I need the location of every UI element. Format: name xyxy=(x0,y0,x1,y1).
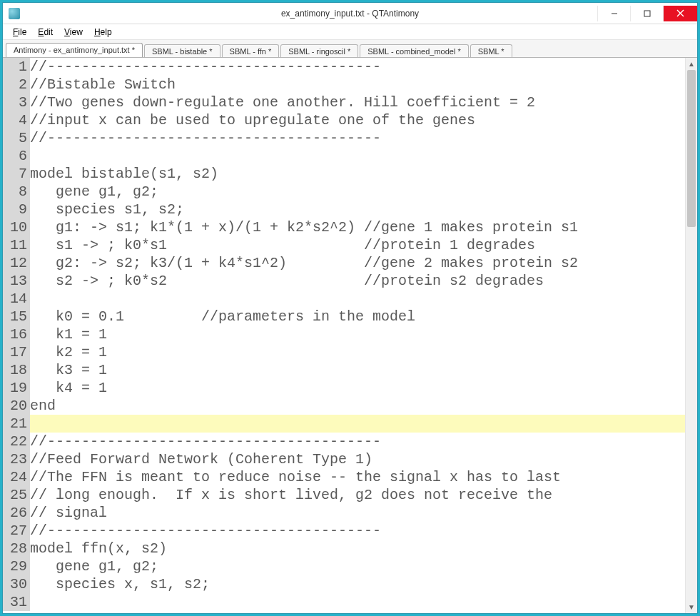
line-number: 24 xyxy=(3,468,30,486)
code-line: 26// signal xyxy=(3,504,685,522)
code-line: 20end xyxy=(3,397,685,415)
line-number: 25 xyxy=(3,486,30,504)
line-number: 26 xyxy=(3,504,30,522)
app-icon xyxy=(9,8,20,19)
menu-file[interactable]: File xyxy=(7,26,32,39)
code-line: 27//------------------------------------… xyxy=(3,522,685,540)
line-number: 11 xyxy=(3,236,30,254)
code-text[interactable]: g2: -> s2; k3/(1 + k4*s1^2) //gene 2 mak… xyxy=(30,254,685,272)
scroll-up-icon[interactable]: ▲ xyxy=(686,58,697,70)
code-text[interactable]: k0 = 0.1 //parameters in the model xyxy=(30,308,685,325)
code-text[interactable]: end xyxy=(30,397,685,415)
code-text[interactable]: //--------------------------------------… xyxy=(30,433,685,450)
line-number: 14 xyxy=(3,290,30,308)
scroll-thumb[interactable] xyxy=(687,70,696,227)
code-text[interactable] xyxy=(30,147,685,165)
code-line: 19 k4 = 1 xyxy=(3,379,685,397)
code-line: 18 k3 = 1 xyxy=(3,361,685,379)
code-text[interactable] xyxy=(30,593,685,611)
code-text[interactable]: model bistable(s1, s2) xyxy=(30,165,685,183)
menu-edit-label: dit xyxy=(44,27,53,37)
code-text[interactable]: //Feed Forward Network (Coherent Type 1) xyxy=(30,450,685,468)
app-window: ex_antimony_input.txt - QTAntimony File … xyxy=(2,2,698,614)
code-line: 21 xyxy=(3,415,685,433)
line-number: 21 xyxy=(3,415,30,433)
menu-file-label: ile xyxy=(18,27,26,37)
tab-1[interactable]: SBML - bistable * xyxy=(144,44,220,58)
code-text[interactable]: g1: -> s1; k1*(1 + x)/(1 + k2*s2^2) //ge… xyxy=(30,218,685,236)
tabbar: Antimony - ex_antimony_input.txt *SBML -… xyxy=(3,40,697,57)
code-text[interactable]: species s1, s2; xyxy=(30,201,685,218)
code-line: 12 g2: -> s2; k3/(1 + k4*s1^2) //gene 2 … xyxy=(3,254,685,272)
menu-help-label: elp xyxy=(101,27,112,37)
window-title: ex_antimony_input.txt - QTAntimony xyxy=(3,9,697,19)
code-line: 29 gene g1, g2; xyxy=(3,557,685,575)
code-text[interactable]: gene g1, g2; xyxy=(30,557,685,575)
tab-4[interactable]: SBML - combined_model * xyxy=(360,44,468,58)
code-line: 15 k0 = 0.1 //parameters in the model xyxy=(3,308,685,325)
code-text[interactable]: s2 -> ; k0*s2 //protein s2 degrades xyxy=(30,272,685,290)
code-text[interactable]: //input x can be used to upregulate one … xyxy=(30,111,685,129)
code-line: 3//Two genes down-regulate one another. … xyxy=(3,94,685,111)
line-number: 1 xyxy=(3,58,30,76)
code-text[interactable]: k4 = 1 xyxy=(30,379,685,397)
code-line: 16 k1 = 1 xyxy=(3,325,685,343)
code-text[interactable] xyxy=(30,415,685,433)
code-text[interactable]: //--------------------------------------… xyxy=(30,58,685,76)
code-line: 31 xyxy=(3,593,685,611)
tab-2[interactable]: SBML - ffn * xyxy=(222,44,280,58)
menu-view[interactable]: View xyxy=(59,26,88,39)
code-text[interactable]: //Bistable Switch xyxy=(30,76,685,94)
code-text[interactable]: s1 -> ; k0*s1 //protein 1 degrades xyxy=(30,236,685,254)
code-line: 6 xyxy=(3,147,685,165)
line-number: 19 xyxy=(3,379,30,397)
vertical-scrollbar[interactable]: ▲ ▼ xyxy=(685,58,697,613)
code-text[interactable]: //--------------------------------------… xyxy=(30,129,685,147)
code-text[interactable]: gene g1, g2; xyxy=(30,183,685,201)
code-line: 30 species x, s1, s2; xyxy=(3,575,685,593)
line-number: 17 xyxy=(3,343,30,361)
code-text[interactable]: species x, s1, s2; xyxy=(30,575,685,593)
code-text[interactable]: //--------------------------------------… xyxy=(30,522,685,540)
code-text[interactable]: //The FFN is meant to reduce noise -- th… xyxy=(30,468,685,486)
line-number: 27 xyxy=(3,522,30,540)
line-number: 22 xyxy=(3,433,30,450)
window-controls xyxy=(597,6,697,21)
code-text[interactable]: // long enough. If x is short lived, g2 … xyxy=(30,486,685,504)
tab-0[interactable]: Antimony - ex_antimony_input.txt * xyxy=(6,43,143,57)
scroll-down-icon[interactable]: ▼ xyxy=(686,601,697,613)
line-number: 18 xyxy=(3,361,30,379)
menu-edit[interactable]: Edit xyxy=(32,26,59,39)
code-text[interactable]: k3 = 1 xyxy=(30,361,685,379)
line-number: 9 xyxy=(3,201,30,218)
line-number: 13 xyxy=(3,272,30,290)
maximize-button[interactable] xyxy=(630,6,663,21)
code-line: 11 s1 -> ; k0*s1 //protein 1 degrades xyxy=(3,236,685,254)
code-text[interactable]: model ffn(x, s2) xyxy=(30,540,685,557)
code-text[interactable]: //Two genes down-regulate one another. H… xyxy=(30,94,685,111)
code-line: 17 k2 = 1 xyxy=(3,343,685,361)
code-line: 4//input x can be used to upregulate one… xyxy=(3,111,685,129)
code-line: 1//-------------------------------------… xyxy=(3,58,685,76)
tab-5[interactable]: SBML * xyxy=(470,44,512,58)
code-text[interactable]: k2 = 1 xyxy=(30,343,685,361)
code-text[interactable]: k1 = 1 xyxy=(30,325,685,343)
code-editor[interactable]: 1//-------------------------------------… xyxy=(3,58,685,613)
line-number: 7 xyxy=(3,165,30,183)
minimize-button[interactable] xyxy=(597,6,630,21)
code-line: 9 species s1, s2; xyxy=(3,201,685,218)
line-number: 28 xyxy=(3,540,30,557)
code-text[interactable] xyxy=(30,290,685,308)
code-text[interactable]: // signal xyxy=(30,504,685,522)
tab-3[interactable]: SBML - ringoscil * xyxy=(280,44,358,58)
code-line: 8 gene g1, g2; xyxy=(3,183,685,201)
svg-rect-1 xyxy=(644,11,650,16)
close-button[interactable] xyxy=(663,6,697,21)
line-number: 31 xyxy=(3,593,30,611)
line-number: 12 xyxy=(3,254,30,272)
menu-help[interactable]: Help xyxy=(88,26,118,39)
code-line: 7model bistable(s1, s2) xyxy=(3,165,685,183)
code-line: 23//Feed Forward Network (Coherent Type … xyxy=(3,450,685,468)
code-line: 28model ffn(x, s2) xyxy=(3,540,685,557)
code-line: 10 g1: -> s1; k1*(1 + x)/(1 + k2*s2^2) /… xyxy=(3,218,685,236)
